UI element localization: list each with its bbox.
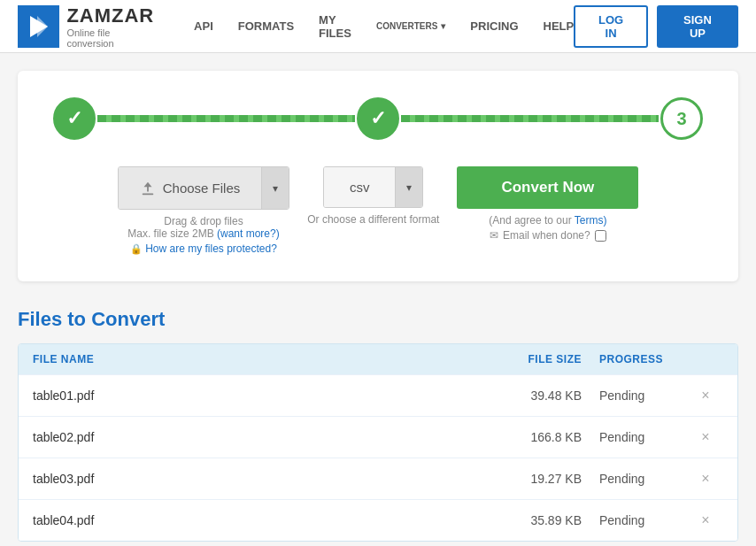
- email-when-done-checkbox[interactable]: [595, 230, 606, 242]
- remove-file-button[interactable]: ×: [701, 429, 709, 445]
- format-select-wrap: csv ▾: [323, 166, 423, 208]
- row-action: ×: [688, 471, 723, 487]
- remove-file-button[interactable]: ×: [701, 512, 709, 528]
- steps-row: ✓ ✓ 3: [53, 97, 703, 140]
- row-status: Pending: [582, 513, 688, 527]
- table-row: table01.pdf 39.48 KB Pending ×: [19, 374, 737, 416]
- header-buttons: LOG IN SIGN UP: [574, 5, 738, 48]
- convert-group: Convert Now (And agree to our Terms) ✉ E…: [457, 166, 638, 242]
- nav-pricing[interactable]: PRICING: [470, 19, 518, 33]
- step-1: ✓: [53, 97, 96, 140]
- drag-drop-hint: Drag & drop files Max. file size 2MB (wa…: [127, 215, 279, 240]
- terms-link[interactable]: Terms): [575, 214, 607, 227]
- format-dropdown-button[interactable]: ▾: [395, 167, 422, 207]
- nav-api[interactable]: API: [194, 19, 213, 33]
- row-action: ×: [688, 512, 723, 528]
- row-status: Pending: [582, 388, 688, 403]
- choose-files-dropdown-button[interactable]: ▾: [261, 167, 289, 209]
- row-filename: table01.pdf: [33, 388, 493, 403]
- row-filesize: 166.8 KB: [493, 430, 582, 444]
- table-header: FILE NAME FILE SIZE PROGRESS: [19, 344, 737, 374]
- logo-name: ZAMZAR: [66, 4, 158, 27]
- convert-terms: (And agree to our Terms): [489, 214, 606, 227]
- convert-now-button[interactable]: Convert Now: [457, 166, 638, 209]
- format-value: csv: [324, 167, 395, 207]
- choose-files-btn-wrap: Choose Files ▾: [118, 166, 290, 210]
- envelope-icon: ✉: [490, 229, 498, 242]
- main-content: ✓ ✓ 3: [0, 53, 756, 546]
- remove-file-button[interactable]: ×: [701, 388, 709, 404]
- row-action: ×: [688, 429, 723, 445]
- format-hint: Or choose a different format: [307, 213, 439, 226]
- choose-files-button[interactable]: Choose Files: [119, 167, 262, 209]
- choose-files-group: Choose Files ▾ Drag & drop files Max. fi…: [118, 166, 290, 255]
- table-row: table02.pdf 166.8 KB Pending ×: [19, 416, 737, 458]
- files-title: Files to Convert: [18, 308, 738, 331]
- upload-icon: [140, 180, 156, 196]
- file-rows-container: table01.pdf 39.48 KB Pending × table02.p…: [19, 374, 737, 541]
- logo[interactable]: ZAMZAR Online file conversion: [18, 4, 158, 49]
- step-line-1: [97, 115, 355, 122]
- nav-myfiles[interactable]: MY FILES: [319, 13, 351, 40]
- step-2: ✓: [357, 97, 399, 140]
- format-group: csv ▾ Or choose a different format: [307, 166, 439, 226]
- converter-card: ✓ ✓ 3: [18, 71, 738, 281]
- files-table: FILE NAME FILE SIZE PROGRESS table01.pdf…: [18, 343, 738, 542]
- main-nav: API FORMATS MY FILES CONVERTERS ▾ PRICIN…: [194, 13, 574, 40]
- logo-icon: [18, 5, 59, 48]
- step-line-2: [401, 115, 659, 122]
- row-filesize: 19.27 KB: [493, 472, 582, 486]
- nav-converters[interactable]: CONVERTERS ▾: [376, 21, 445, 31]
- row-status: Pending: [582, 430, 688, 444]
- login-button[interactable]: LOG IN: [574, 5, 648, 48]
- row-filename: table03.pdf: [33, 472, 493, 486]
- nav-formats[interactable]: FORMATS: [238, 19, 294, 33]
- files-section: Files to Convert FILE NAME FILE SIZE PRO…: [18, 308, 738, 542]
- signup-button[interactable]: SIGN UP: [657, 5, 738, 48]
- actions-row: Choose Files ▾ Drag & drop files Max. fi…: [53, 166, 703, 255]
- row-action: ×: [688, 388, 723, 404]
- remove-file-button[interactable]: ×: [701, 471, 709, 487]
- row-filesize: 35.89 KB: [493, 513, 582, 527]
- col-header-name: FILE NAME: [33, 353, 493, 365]
- step-3: 3: [660, 97, 703, 140]
- converters-dropdown-icon: ▾: [441, 21, 445, 31]
- want-more-link[interactable]: (want more?): [217, 227, 280, 240]
- row-filename: table02.pdf: [33, 430, 493, 444]
- nav-help[interactable]: HELP: [544, 19, 575, 33]
- svg-rect-2: [142, 193, 153, 195]
- row-filename: table04.pdf: [33, 513, 493, 527]
- logo-sub: Online file conversion: [66, 27, 158, 49]
- header: ZAMZAR Online file conversion API FORMAT…: [0, 0, 756, 53]
- table-row: table04.pdf 35.89 KB Pending ×: [19, 499, 737, 541]
- col-header-action: [688, 353, 723, 365]
- file-protect-link[interactable]: How are my files protected?: [130, 242, 277, 255]
- row-filesize: 39.48 KB: [493, 388, 582, 403]
- table-row: table03.pdf 19.27 KB Pending ×: [19, 458, 737, 499]
- row-status: Pending: [582, 472, 688, 486]
- col-header-size: FILE SIZE: [493, 353, 582, 365]
- col-header-progress: PROGRESS: [582, 353, 688, 365]
- svg-marker-1: [37, 16, 48, 37]
- email-when-done-row: ✉ Email when done?: [490, 229, 606, 242]
